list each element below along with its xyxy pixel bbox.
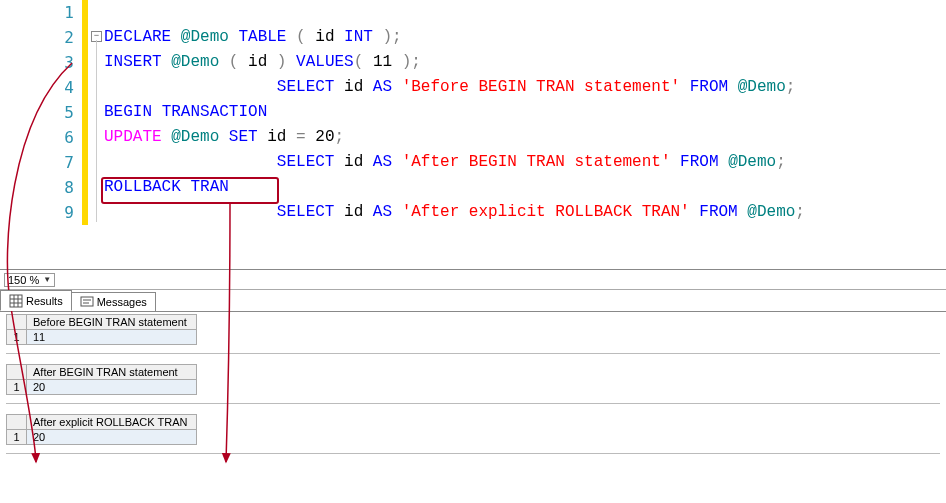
line-number: 8 xyxy=(0,175,82,200)
column-header[interactable]: After BEGIN TRAN statement xyxy=(27,365,197,380)
line-number: 1 xyxy=(0,0,82,25)
line-number: 3 xyxy=(0,50,82,75)
table-corner xyxy=(7,415,27,430)
code-line[interactable]: SELECT id AS 'After explicit ROLLBACK TR… xyxy=(104,200,946,225)
line-number: 6 xyxy=(0,125,82,150)
result-grid: After BEGIN TRAN statement120 xyxy=(6,364,940,404)
line-number: 9 xyxy=(0,200,82,225)
svg-rect-0 xyxy=(10,295,22,307)
code-line[interactable]: DECLARE @Demo TABLE ( id INT ); xyxy=(104,25,946,50)
tab-messages-label: Messages xyxy=(97,296,147,308)
table-corner xyxy=(7,315,27,330)
table-row[interactable]: 120 xyxy=(7,380,197,395)
tab-results-label: Results xyxy=(26,295,63,307)
column-header[interactable]: Before BEGIN TRAN statement xyxy=(27,315,197,330)
cell-value[interactable]: 20 xyxy=(27,430,197,445)
column-header[interactable]: After explicit ROLLBACK TRAN xyxy=(27,415,197,430)
svg-rect-5 xyxy=(81,297,93,306)
code-line[interactable]: INSERT @Demo ( id ) VALUES( 11 ); xyxy=(104,50,946,75)
result-table[interactable]: Before BEGIN TRAN statement111 xyxy=(6,314,197,345)
line-number-gutter: 123456789 xyxy=(0,0,82,269)
change-marker-strip xyxy=(82,0,88,225)
line-number: 7 xyxy=(0,150,82,175)
row-number: 1 xyxy=(7,380,27,395)
grid-icon xyxy=(9,294,23,308)
zoom-bar: 150 % ▼ xyxy=(0,270,946,290)
zoom-value: 150 % xyxy=(8,274,39,286)
result-grid: After explicit ROLLBACK TRAN120 xyxy=(6,414,940,454)
row-number: 1 xyxy=(7,430,27,445)
tab-results[interactable]: Results xyxy=(0,290,72,311)
code-line[interactable]: UPDATE @Demo SET id = 20; xyxy=(104,125,946,150)
sql-editor-pane[interactable]: 123456789 − DECLARE @Demo TABLE ( id INT… xyxy=(0,0,946,270)
table-corner xyxy=(7,365,27,380)
fold-guide-line xyxy=(96,40,97,222)
line-number: 2 xyxy=(0,25,82,50)
tab-messages[interactable]: Messages xyxy=(71,292,156,311)
code-line[interactable]: BEGIN TRANSACTION xyxy=(104,100,946,125)
cell-value[interactable]: 20 xyxy=(27,380,197,395)
results-pane[interactable]: Before BEGIN TRAN statement111After BEGI… xyxy=(0,312,946,502)
code-line[interactable]: ROLLBACK TRAN xyxy=(104,175,946,200)
line-number: 4 xyxy=(0,75,82,100)
table-row[interactable]: 111 xyxy=(7,330,197,345)
fold-gutter: − xyxy=(90,0,104,269)
result-table[interactable]: After explicit ROLLBACK TRAN120 xyxy=(6,414,197,445)
line-number: 5 xyxy=(0,100,82,125)
table-row[interactable]: 120 xyxy=(7,430,197,445)
code-text-area[interactable]: DECLARE @Demo TABLE ( id INT );INSERT @D… xyxy=(104,0,946,225)
row-number: 1 xyxy=(7,330,27,345)
chevron-down-icon: ▼ xyxy=(43,275,51,284)
result-grid: Before BEGIN TRAN statement111 xyxy=(6,314,940,354)
zoom-dropdown[interactable]: 150 % ▼ xyxy=(4,273,55,287)
results-tabs: Results Messages xyxy=(0,290,946,312)
code-line[interactable]: SELECT id AS 'After BEGIN TRAN statement… xyxy=(104,150,946,175)
code-line[interactable] xyxy=(104,0,946,25)
code-line[interactable]: SELECT id AS 'Before BEGIN TRAN statemen… xyxy=(104,75,946,100)
cell-value[interactable]: 11 xyxy=(27,330,197,345)
messages-icon xyxy=(80,295,94,309)
result-table[interactable]: After BEGIN TRAN statement120 xyxy=(6,364,197,395)
